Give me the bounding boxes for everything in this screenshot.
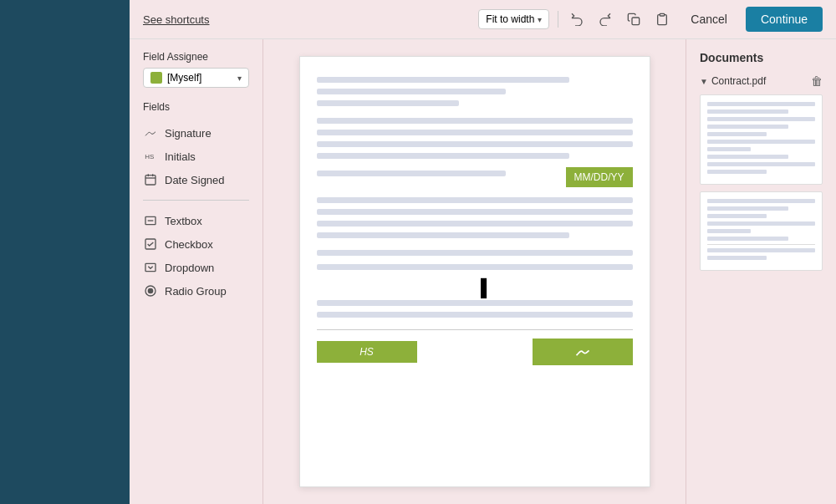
assignee-chevron-icon: ▾ — [237, 74, 242, 83]
thumb-line — [707, 109, 788, 114]
continue-button[interactable]: Continue — [746, 7, 823, 32]
bottom-fields: HS — [317, 339, 633, 365]
assignee-dropdown[interactable]: [Myself] ▾ — [143, 68, 249, 88]
text-line — [317, 171, 507, 176]
date-signed-icon — [143, 172, 158, 187]
thumb-line — [707, 199, 815, 203]
field-item-initials[interactable]: HS Initials — [143, 145, 249, 168]
date-signed-label: Date Signed — [165, 174, 225, 186]
text-line — [317, 89, 507, 94]
svg-rect-0 — [632, 18, 640, 25]
doc-section-3 — [317, 197, 633, 238]
thumb-line — [707, 162, 815, 166]
svg-rect-10 — [145, 263, 155, 271]
doc-thumbnail-1[interactable] — [700, 94, 823, 185]
thumb-line — [707, 125, 788, 129]
fields-divider — [143, 200, 249, 201]
assignee-color-indicator — [150, 72, 162, 84]
date-signed-field[interactable]: MM/DD/YY — [566, 167, 633, 187]
doc-delete-icon[interactable]: 🗑 — [811, 74, 823, 88]
checkbox-icon — [143, 237, 158, 252]
signature-icon — [143, 125, 158, 140]
assignee-name: [Myself] — [167, 72, 232, 84]
fields-label: Fields — [143, 101, 249, 113]
thumb-line — [707, 170, 767, 174]
doc-filename: Contract.pdf — [711, 75, 808, 87]
field-assignee-label: Field Assignee — [143, 51, 249, 63]
thumb-line — [707, 117, 815, 121]
doc-section-1 — [317, 77, 633, 106]
fields-panel: Field Assignee [Myself] ▾ Fields Signatu… — [130, 39, 263, 504]
document-canvas[interactable]: MM/DD/YY ▌ — [263, 39, 686, 504]
field-item-radio-group[interactable]: Radio Group — [143, 279, 249, 303]
content-area: Field Assignee [Myself] ▾ Fields Signatu… — [130, 39, 836, 504]
toolbar: See shortcuts Fit to width ▾ — [130, 0, 836, 39]
doc-name-row: ▼ Contract.pdf 🗑 — [700, 74, 823, 88]
field-item-textbox[interactable]: Textbox — [143, 209, 249, 232]
undo-icon — [570, 13, 584, 26]
copy-button[interactable] — [624, 9, 644, 29]
text-line — [317, 153, 569, 159]
doc-expand-icon[interactable]: ▼ — [700, 77, 708, 86]
text-line — [317, 250, 633, 256]
svg-rect-1 — [660, 13, 665, 16]
initials-label: Initials — [165, 150, 196, 163]
svg-rect-3 — [145, 176, 155, 185]
svg-text:HS: HS — [145, 153, 154, 160]
fit-label: Fit to width — [486, 13, 534, 25]
text-line — [317, 312, 633, 318]
doc-thumbnail-2[interactable] — [700, 191, 823, 271]
signature-placed-field[interactable] — [533, 339, 633, 365]
fit-to-width-dropdown[interactable]: Fit to width ▾ — [478, 9, 549, 29]
field-item-signature[interactable]: Signature — [143, 121, 249, 145]
thumb-line — [707, 140, 815, 144]
thumb-line — [707, 248, 815, 252]
text-line — [317, 77, 569, 83]
cancel-button[interactable]: Cancel — [681, 8, 737, 31]
textbox-label: Textbox — [165, 215, 202, 227]
thumb-line — [707, 221, 815, 226]
radio-group-icon — [143, 283, 158, 298]
thumb-divider — [707, 244, 815, 245]
radio-group-label: Radio Group — [165, 285, 227, 298]
paste-icon — [655, 13, 669, 26]
thumb-line — [707, 256, 767, 260]
doc-page: MM/DD/YY ▌ — [299, 56, 650, 487]
redo-button[interactable] — [595, 9, 615, 29]
chevron-down-icon: ▾ — [538, 15, 542, 24]
documents-panel: Documents ▼ Contract.pdf 🗑 — [686, 39, 836, 504]
cursor-area: ▌ — [317, 250, 633, 292]
doc-section-2 — [317, 118, 633, 159]
text-line — [317, 141, 633, 147]
text-line — [317, 100, 459, 106]
field-item-dropdown[interactable]: Dropdown — [143, 256, 249, 279]
see-shortcuts-link[interactable]: See shortcuts — [143, 13, 210, 26]
text-line — [317, 118, 633, 124]
undo-button[interactable] — [567, 9, 587, 29]
field-item-date-signed[interactable]: Date Signed — [143, 168, 249, 191]
doc-section-4 — [317, 300, 633, 318]
date-field-row: MM/DD/YY — [317, 171, 633, 186]
paste-button[interactable] — [652, 9, 672, 29]
text-line — [317, 221, 633, 227]
field-item-checkbox[interactable]: Checkbox — [143, 232, 249, 256]
thumb-line — [707, 214, 767, 218]
left-sidebar — [0, 0, 130, 504]
text-line — [317, 209, 633, 215]
signature-label: Signature — [165, 127, 212, 140]
thumb-line — [707, 102, 815, 106]
thumb-line — [707, 206, 788, 211]
svg-point-12 — [148, 288, 152, 293]
checkbox-label: Checkbox — [165, 238, 213, 251]
thumb-line — [707, 155, 788, 159]
text-line — [317, 232, 569, 238]
cursor-icon: ▌ — [481, 279, 492, 296]
doc-divider — [317, 329, 633, 330]
documents-panel-title: Documents — [700, 51, 823, 64]
initials-placed-field[interactable]: HS — [317, 341, 417, 363]
separator — [558, 11, 558, 28]
text-line — [317, 130, 633, 135]
text-line — [317, 300, 633, 306]
copy-icon — [627, 13, 640, 26]
redo-icon — [599, 13, 612, 26]
